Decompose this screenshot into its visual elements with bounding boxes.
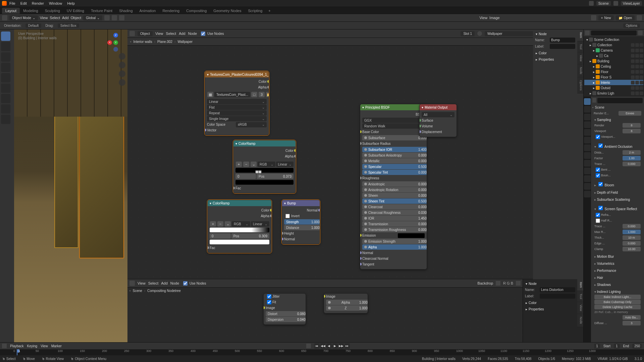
sect-indirect[interactable]: Indirect Lighting <box>593 289 642 294</box>
delete-cache[interactable]: Delete Lighting Cache <box>594 305 641 309</box>
tab-material[interactable] <box>584 183 591 190</box>
diffuse-bounces[interactable]: 3 <box>623 321 641 325</box>
ssr-refra[interactable] <box>596 213 600 217</box>
zoom-icon[interactable] <box>119 53 125 60</box>
tab-data[interactable] <box>584 175 591 182</box>
orientation-default[interactable]: Default <box>25 23 42 28</box>
prop-scene[interactable]: Scene <box>595 106 604 109</box>
cpanel-tab-tool[interactable]: Tool <box>577 291 583 302</box>
npanel-tab-tool[interactable]: Tool <box>577 41 583 53</box>
bump-distance[interactable]: Distance1.000 <box>284 225 320 230</box>
bsdf-sheen[interactable]: Sheen0.000 <box>362 193 427 198</box>
image-open-icon[interactable]: 📁 <box>266 92 269 97</box>
backdrop-zoom[interactable] <box>516 281 521 286</box>
tool-cursor[interactable] <box>1 42 10 51</box>
tab-shading[interactable]: Shading <box>116 8 136 14</box>
tree-item[interactable]: ▸Outsid <box>584 85 643 90</box>
ramp2-remove[interactable]: − <box>217 221 223 227</box>
ssr-thick[interactable]: 10 m <box>623 235 641 240</box>
ao-bent[interactable] <box>596 168 600 172</box>
sect-vol[interactable]: Volumetrics <box>593 261 642 266</box>
tool-annotate[interactable] <box>1 94 10 103</box>
ramp-stop[interactable]: 0 <box>235 174 256 179</box>
scene-selector[interactable]: Scene <box>596 1 611 6</box>
proportional-icon[interactable] <box>119 15 124 20</box>
node-label-input[interactable] <box>550 44 575 49</box>
lens-jitter-check[interactable] <box>267 294 271 299</box>
tree-item[interactable]: ▸Ca <box>584 53 643 58</box>
colorramp-gradient[interactable] <box>235 168 293 173</box>
tree-item[interactable]: ▸Enviro Ligh <box>584 90 643 96</box>
bsdf-subsurface-anisotropy[interactable]: Subsurface Anisotropy0.000 <box>362 153 427 158</box>
autokey-icon[interactable] <box>306 344 311 348</box>
node-image-texture[interactable]: ▾TexturesCom_PlasterColoured0394_1_M.jpg… <box>205 71 269 135</box>
tree-item[interactable]: ▸Ceiling <box>584 64 643 69</box>
ramp2-stop[interactable]: 0 <box>210 233 231 239</box>
sect-ssr[interactable]: Screen Space Reflect <box>593 204 642 212</box>
sect-bloom[interactable]: Bloom <box>593 180 642 188</box>
tl-marker[interactable]: Marker <box>51 344 62 348</box>
ao-trace[interactable]: 0.000 <box>623 162 641 166</box>
bsdf-specular-tint[interactable]: Specular Tint0.000 <box>362 170 427 175</box>
menu-edit[interactable]: Edit <box>20 1 27 5</box>
use-nodes-checkbox[interactable] <box>201 32 205 36</box>
camera-view-icon[interactable] <box>119 70 125 77</box>
lens-distort[interactable]: Distort0.080 <box>266 311 306 316</box>
sect-sampling[interactable]: Sampling <box>593 117 642 122</box>
compo-view[interactable]: View <box>138 281 146 285</box>
frame-current[interactable]: 1 <box>594 344 600 349</box>
ramp-interp[interactable]: Linear <box>276 162 294 167</box>
node-lens-distortion[interactable]: Jitter Fit Image Distort0.080 Dispersion… <box>263 293 306 325</box>
tool-measure[interactable] <box>1 104 10 114</box>
bc-material[interactable]: Wallpaper <box>177 40 193 44</box>
tool-rotate[interactable] <box>1 63 10 72</box>
tab-rendering[interactable]: Rendering <box>159 8 183 14</box>
ne-node[interactable]: Node <box>188 32 197 36</box>
frame-end[interactable]: 250 <box>632 344 642 349</box>
ssr-enable[interactable] <box>598 206 603 210</box>
ramp-pos[interactable]: Pos0.373 <box>257 174 293 179</box>
bsdf-anisotropic-rotation[interactable]: Anisotropic Rotation0.000 <box>362 187 427 192</box>
tree-root[interactable]: ▾Scene Collection <box>584 37 643 42</box>
bump-strength[interactable]: Strength1.000 <box>284 219 320 225</box>
menu-add[interactable]: Add <box>62 16 69 20</box>
timeline-track[interactable]: 1 05010015020025030035040045050055060065… <box>0 349 644 355</box>
ssr-halfres[interactable] <box>596 219 600 223</box>
add-workspace[interactable]: + <box>266 8 273 14</box>
tree-item[interactable]: ▸Building <box>584 58 643 64</box>
menu-view2[interactable]: View <box>479 16 487 20</box>
tab-physics[interactable] <box>584 160 591 167</box>
bsdf-metallic[interactable]: Metallic0.000 <box>362 158 427 164</box>
bsdf-ior[interactable]: IOR1.450 <box>362 216 427 221</box>
tree-item[interactable]: ▸Interio <box>584 80 643 85</box>
pivot-icon[interactable] <box>104 15 110 20</box>
engine-select[interactable]: Eevee <box>619 111 641 116</box>
ramp-remove[interactable]: − <box>243 162 249 167</box>
tab-geonodes[interactable]: Geometry Nodes <box>210 8 245 14</box>
3d-viewport[interactable]: User Perspective (0) Building | Interior… <box>14 29 127 345</box>
ramp-add[interactable]: + <box>236 162 242 167</box>
tree-item[interactable]: ▸Camera <box>584 48 643 53</box>
slot-select[interactable]: Slot 1 <box>461 31 475 36</box>
image-name[interactable]: TexturesCom_Plast... <box>214 92 250 97</box>
ramp-mode[interactable]: RGB <box>258 162 275 167</box>
compo-node-name[interactable]: Lens Distortion <box>540 287 575 292</box>
projection-select[interactable]: Flat <box>207 105 267 110</box>
sect-perf[interactable]: Performance <box>593 268 642 273</box>
node-bump[interactable]: ▾Bump Normal Invert Strength1.000 Distan… <box>282 200 320 244</box>
tab-world[interactable] <box>584 129 591 136</box>
cpanel-tab-node[interactable]: Node <box>577 314 583 327</box>
ao-bounce[interactable] <box>596 173 600 178</box>
tab-render[interactable] <box>584 98 591 105</box>
ramp2-interp[interactable]: Linear <box>251 221 269 227</box>
snap-icon[interactable] <box>112 15 117 20</box>
nav-gizmo[interactable]: X Y Z <box>107 33 124 50</box>
ramp2-color[interactable] <box>210 240 269 244</box>
ramp-tools-icon[interactable]: ⌄ <box>251 162 257 167</box>
node-composite[interactable]: Image Alpha1.000 Z1.000 <box>324 293 368 313</box>
play-reverse-icon[interactable]: ◀ <box>326 343 332 349</box>
node-material-output[interactable]: ▾Material Output All Surface Volume Disp… <box>419 104 457 137</box>
compo-node[interactable]: Node <box>170 281 179 285</box>
tool-select[interactable] <box>1 32 10 41</box>
ramp2-add[interactable]: + <box>210 221 216 227</box>
